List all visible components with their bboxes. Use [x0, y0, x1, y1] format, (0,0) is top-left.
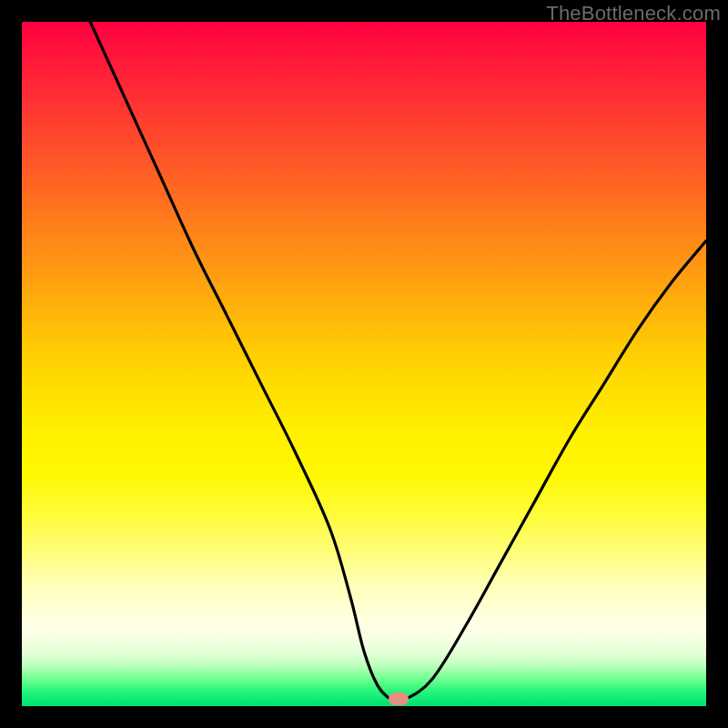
plot-area	[22, 22, 706, 706]
watermark-text: TheBottleneck.com	[546, 2, 721, 25]
optimum-marker	[389, 693, 409, 705]
chart-frame: TheBottleneck.com	[0, 0, 728, 728]
bottleneck-curve	[22, 22, 706, 706]
